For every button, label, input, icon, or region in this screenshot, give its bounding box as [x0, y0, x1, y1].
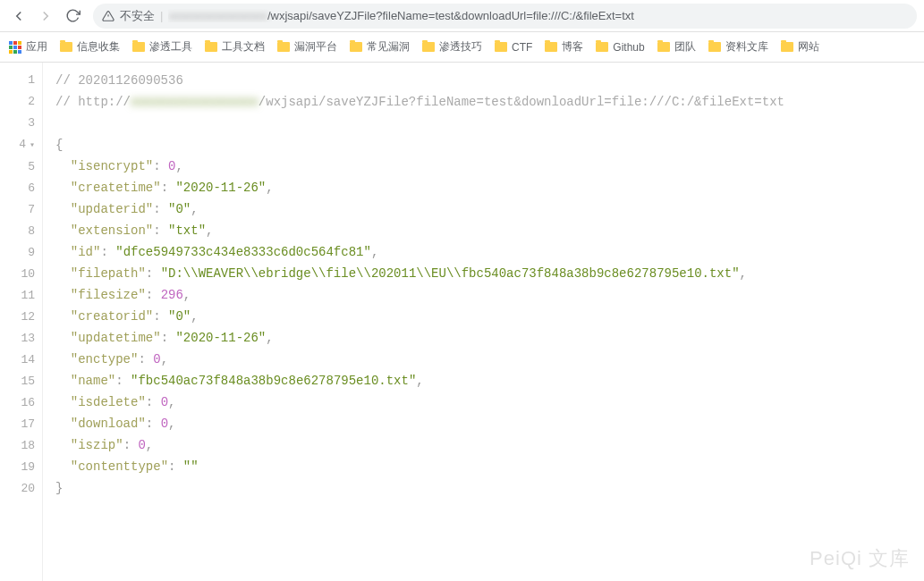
json-key: "filesize" — [71, 288, 146, 302]
bookmarks-bar: 应用 信息收集渗透工具工具文档漏洞平台常见漏洞渗透技巧CTF博客Github团队… — [0, 32, 924, 63]
colon: : — [146, 266, 153, 281]
forward-button[interactable] — [34, 4, 57, 28]
bookmark-item[interactable]: 常见漏洞 — [350, 39, 410, 55]
comma: , — [266, 331, 273, 345]
address-bar[interactable]: 不安全 | xxxxxxxxxxxxxxxxx/wxjsapi/saveYZJF… — [93, 4, 917, 29]
code-line: { — [55, 134, 924, 156]
bookmark-item[interactable]: 博客 — [545, 39, 583, 55]
code-line: "isencrypt": 0, — [55, 156, 924, 177]
line-number: 20 — [0, 478, 35, 500]
bookmark-item[interactable]: 工具文档 — [205, 39, 265, 55]
line-number: 13 — [0, 328, 35, 349]
code-line: "isdelete": 0, — [55, 392, 924, 413]
line-number: 15 — [0, 371, 35, 392]
colon: : — [153, 223, 160, 238]
colon: : — [153, 202, 160, 216]
bookmark-item[interactable]: 团队 — [657, 39, 696, 55]
line-number: 4▾ — [0, 134, 35, 156]
json-value: "" — [183, 459, 199, 474]
json-key: "download" — [71, 417, 146, 431]
url-path: /wxjsapi/saveYZJFile?fileName=test&downl… — [267, 9, 634, 22]
line-number: 12 — [0, 307, 35, 328]
line-number: 10 — [0, 264, 35, 285]
json-value: "2020-11-26" — [175, 181, 266, 195]
code-line: "download": 0, — [55, 413, 924, 434]
json-value: "0" — [168, 309, 191, 324]
bookmark-label: 博客 — [562, 39, 583, 55]
code-line: "createtime": "2020-11-26", — [55, 177, 924, 198]
code-line: // 20201126090536 — [55, 70, 924, 91]
folder-icon — [657, 42, 670, 52]
bookmark-label: 团队 — [674, 39, 696, 55]
bookmark-item[interactable]: 信息收集 — [60, 39, 120, 55]
content-area: 1234▾567891011121314151617181920 // 2020… — [0, 63, 924, 581]
bookmark-label: 信息收集 — [77, 39, 120, 55]
bookmark-item[interactable]: 网站 — [781, 39, 819, 55]
bookmark-item[interactable]: Github — [596, 41, 644, 54]
bookmark-item[interactable]: 资料文库 — [708, 39, 768, 55]
code-line: "contenttype": "" — [55, 456, 924, 477]
url-separator: | — [160, 9, 163, 22]
colon: : — [115, 374, 123, 388]
line-number: 19 — [0, 457, 35, 478]
comma: , — [161, 352, 168, 366]
comma: , — [740, 266, 747, 281]
bookmark-item[interactable]: CTF — [495, 41, 532, 54]
comma: , — [175, 159, 182, 173]
bookmark-label: CTF — [512, 41, 532, 54]
line-number: 14 — [0, 349, 35, 371]
json-value: 296 — [161, 288, 183, 302]
json-value: "dfce5949733c434e8333c6d0c564fc81" — [115, 245, 371, 259]
comma: , — [168, 395, 175, 409]
json-key: "name" — [71, 374, 115, 388]
code-line: "creatorid": "0", — [55, 306, 924, 327]
code-line: "updaterid": "0", — [55, 198, 924, 220]
folder-icon — [277, 42, 290, 52]
line-number: 7 — [0, 199, 35, 221]
bookmark-item[interactable]: 漏洞平台 — [277, 39, 337, 55]
line-number: 6 — [0, 178, 35, 199]
comma: , — [266, 181, 273, 195]
line-number: 5 — [0, 156, 35, 178]
comma: , — [146, 438, 153, 452]
code-line: "updatetime": "2020-11-26", — [55, 327, 924, 349]
json-key: "extension" — [71, 223, 153, 238]
json-key: "creatorid" — [71, 309, 153, 324]
line-number: 9 — [0, 242, 35, 264]
bookmark-label: 常见漏洞 — [367, 39, 410, 55]
code-line — [55, 113, 924, 134]
fold-toggle-icon[interactable]: ▾ — [26, 140, 35, 150]
url-text: xxxxxxxxxxxxxxxxx/wxjsapi/saveYZJFile?fi… — [168, 9, 634, 22]
bookmark-label: 渗透工具 — [149, 39, 192, 55]
code-line: "id": "dfce5949733c434e8333c6d0c564fc81"… — [55, 241, 924, 263]
bookmark-item[interactable]: 渗透技巧 — [422, 39, 482, 55]
security-text: 不安全 — [120, 8, 155, 24]
code-line: // http://xxxxxxxxxxxxxxxxx/wxjsapi/save… — [55, 91, 924, 113]
security-warning-icon — [102, 10, 114, 22]
line-number: 17 — [0, 414, 35, 435]
line-number: 1 — [0, 70, 35, 91]
bookmark-item[interactable]: 渗透工具 — [132, 39, 192, 55]
json-value: 0 — [138, 438, 145, 452]
json-key: "updaterid" — [71, 202, 153, 216]
back-button[interactable] — [7, 4, 30, 28]
line-number: 16 — [0, 392, 35, 414]
colon: : — [161, 331, 168, 345]
apps-button[interactable]: 应用 — [9, 39, 47, 55]
comma: , — [416, 374, 423, 388]
json-value: "fbc540ac73f848a38b9c8e6278795e10.txt" — [131, 374, 416, 388]
folder-icon — [781, 42, 793, 52]
line-number: 3 — [0, 113, 35, 134]
colon: : — [153, 309, 160, 324]
line-number: 2 — [0, 91, 35, 113]
line-number: 18 — [0, 435, 35, 457]
bookmark-label: 资料文库 — [725, 39, 768, 55]
code-line: "filepath": "D:\\WEAVER\\ebridge\\file\\… — [55, 263, 924, 284]
reload-button[interactable] — [61, 4, 84, 28]
code-pane[interactable]: // 20201126090536// http://xxxxxxxxxxxxx… — [43, 63, 924, 581]
json-key: "contenttype" — [71, 459, 168, 474]
comma: , — [191, 309, 198, 324]
json-key: "iszip" — [71, 438, 123, 452]
code-line: "name": "fbc540ac73f848a38b9c8e6278795e1… — [55, 370, 924, 392]
folder-icon — [132, 42, 145, 52]
